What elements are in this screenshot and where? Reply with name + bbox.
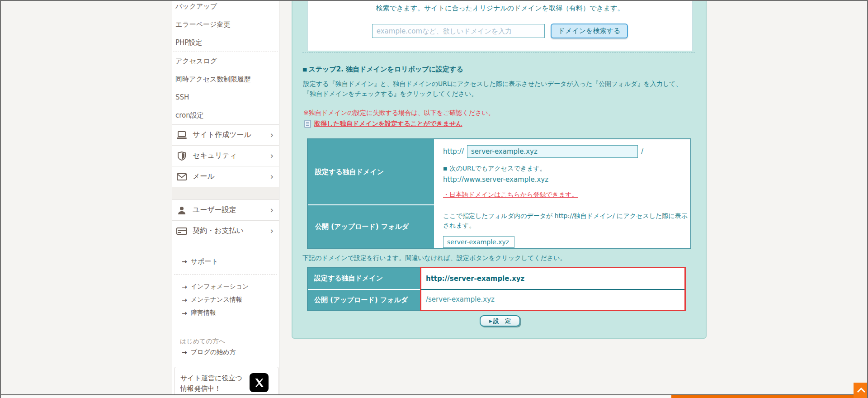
- sidebar-link-maintenance[interactable]: → メンテナンス情報: [172, 293, 279, 306]
- sidebar-info-links: → インフォメーション → メンテナンス情報 → 障害情報: [172, 280, 279, 319]
- sidebar-link-outage[interactable]: → 障害情報: [172, 306, 279, 319]
- divider: [302, 52, 695, 53]
- sidebar-spacer-band: [172, 187, 279, 199]
- sidebar-link-label: インフォメーション: [191, 283, 249, 291]
- sidebar-item-cron[interactable]: cron設定: [172, 106, 279, 124]
- divider: [174, 274, 277, 275]
- sidebar-item-ssh[interactable]: SSH: [172, 88, 279, 106]
- sidebar-link-blog-start[interactable]: → ブログの始め方: [172, 346, 279, 358]
- row-header-folder: 公開 (アップロード) フォルダ: [308, 205, 434, 248]
- domain-setup-panel: 検索できます。サイトに合ったオリジナルのドメインを取得（有料）できます。 ドメイ…: [292, 0, 707, 339]
- sidebar: バックアップ エラーページ変更 PHP設定 アクセスログ 同時アクセス数制限履歴…: [172, 1, 279, 394]
- confirm-header-folder: 公開 (アップロード) フォルダ: [308, 289, 420, 310]
- domain-search-button[interactable]: ドメインを検索する: [551, 24, 628, 38]
- arrow-right-icon: →: [182, 309, 187, 317]
- x-social-button[interactable]: [250, 373, 269, 392]
- shield-icon: [176, 152, 187, 161]
- step1-description: 検索できます。サイトに合ったオリジナルのドメインを取得（有料）できます。: [308, 4, 692, 13]
- alt-access-note: ■次のURLでもアクセスできます。: [443, 165, 690, 173]
- chevron-right-icon: ›: [270, 131, 274, 139]
- document-icon: [304, 120, 311, 128]
- chevron-right-icon: ›: [270, 227, 274, 235]
- page: バックアップ エラーページ変更 PHP設定 アクセスログ 同時アクセス数制限履歴…: [0, 0, 868, 398]
- step1-search-form: ドメインを検索する: [308, 24, 692, 38]
- play-arrow-icon: ▶: [489, 319, 492, 323]
- row-content-domain: http:// / ■次のURLでもアクセスできます。 http://www.s…: [434, 139, 690, 204]
- warning-help-link[interactable]: 取得した独自ドメインを設定することができません: [314, 120, 462, 128]
- chevron-up-icon: [857, 388, 866, 393]
- sidebar-item-security[interactable]: セキュリティ ›: [172, 145, 279, 166]
- orange-footer-strip: [671, 395, 868, 398]
- domain-search-input[interactable]: [372, 24, 545, 38]
- user-icon: [176, 206, 187, 215]
- sidebar-link-label: サポート: [191, 257, 218, 266]
- step2-heading: ■ステップ2. 独自ドメインをロリポップに設定する: [302, 65, 463, 74]
- submit-settings-button[interactable]: ▶設 定: [480, 315, 520, 327]
- row-header-domain: 設定する独自ドメイン: [308, 139, 434, 204]
- submit-button-row: ▶設 定: [292, 315, 708, 327]
- sidebar-item-label: メール: [193, 172, 215, 181]
- folder-description: ここで指定したフォルダ内のデータが http://独自ドメイン/ にアクセスした…: [443, 211, 690, 230]
- sns-promo-box: サイト運営に役立つ 情報発信中！: [175, 367, 278, 398]
- square-bullet-icon: ■: [443, 166, 447, 171]
- japanese-domain-link[interactable]: ・日本語ドメインはこちらから登録できます。: [443, 191, 578, 199]
- table-row: 設定する独自ドメイン http:// / ■次のURLでもアクセスできます。 h…: [308, 139, 690, 204]
- credit-card-icon: [176, 227, 187, 236]
- chevron-right-icon: ›: [270, 172, 274, 181]
- sidebar-item-php-settings[interactable]: PHP設定: [172, 33, 279, 52]
- sidebar-link-support[interactable]: → サポート: [172, 256, 279, 267]
- sidebar-link-label: メンテナンス情報: [191, 296, 242, 304]
- sidebar-item-label: 契約・お支払い: [193, 226, 244, 236]
- arrow-right-icon: →: [182, 349, 187, 356]
- sidebar-item-access-log[interactable]: アクセスログ: [172, 52, 279, 70]
- domain-config-table: 設定する独自ドメイン http:// / ■次のURLでもアクセスできます。 h…: [307, 138, 691, 249]
- url-suffix: /: [641, 147, 643, 156]
- row-content-folder: ここで指定したフォルダ内のデータが http://独自ドメイン/ にアクセスした…: [434, 205, 690, 248]
- chevron-right-icon: ›: [270, 152, 274, 160]
- sidebar-link-label: 障害情報: [191, 309, 216, 317]
- beginner-heading: はじめての方へ: [172, 336, 279, 346]
- sidebar-item-label: ユーザー設定: [193, 205, 236, 215]
- confirm-value-folder: /server-example.xyz: [421, 289, 684, 309]
- chevron-right-icon: ›: [270, 206, 274, 214]
- sidebar-item-mail[interactable]: メール ›: [172, 166, 279, 187]
- upload-folder-input[interactable]: [443, 236, 514, 248]
- sidebar-item-label: セキュリティ: [193, 151, 237, 161]
- sidebar-item-backup[interactable]: バックアップ: [172, 0, 279, 15]
- sidebar-small-items: バックアップ エラーページ変更 PHP設定 アクセスログ 同時アクセス数制限履歴…: [172, 0, 279, 124]
- back-to-top-button[interactable]: [854, 383, 868, 398]
- sidebar-item-concurrent-access[interactable]: 同時アクセス数制限履歴: [172, 70, 279, 88]
- sidebar-item-user-settings[interactable]: ユーザー設定 ›: [172, 199, 279, 220]
- domain-url-line: http:// /: [443, 145, 690, 158]
- arrow-right-icon: →: [182, 283, 187, 290]
- x-logo-icon: [254, 377, 264, 388]
- alt-access-url: http://www.server-example.xyz: [443, 175, 690, 184]
- step2-warning: ※独自ドメインの設定に失敗する場合は、以下をご確認ください。: [303, 109, 495, 117]
- arrow-right-icon: →: [182, 296, 187, 303]
- step2-warning-link-row: 取得した独自ドメインを設定することができません: [304, 120, 462, 128]
- step1-domain-search-box: 検索できます。サイトに合ったオリジナルのドメインを取得（有料）できます。 ドメイ…: [307, 0, 693, 51]
- table-row: 公開 (アップロード) フォルダ ここで指定したフォルダ内のデータが http:…: [308, 204, 690, 248]
- confirmation-note: 下記のドメインで設定を行います。間違いなければ、設定ボタンをクリックしてください…: [302, 254, 566, 262]
- confirm-value-domain: http://server-example.xyz: [421, 268, 684, 289]
- confirmation-table: 設定する独自ドメイン 公開 (アップロード) フォルダ http://serve…: [307, 267, 686, 311]
- mail-icon: [176, 172, 187, 181]
- arrow-right-icon: →: [182, 258, 187, 265]
- laptop-icon: [176, 131, 187, 140]
- sidebar-item-site-tools[interactable]: サイト作成ツール ›: [172, 124, 279, 145]
- domain-name-input[interactable]: [467, 145, 638, 158]
- sidebar-link-information[interactable]: → インフォメーション: [172, 280, 279, 293]
- sidebar-item-billing[interactable]: 契約・お支払い ›: [172, 220, 279, 241]
- step2-description: 設定する『独自ドメイン』と、独自ドメインのURLにアクセスした際に表示させたいデ…: [303, 79, 689, 99]
- sidebar-item-label: サイト作成ツール: [193, 130, 251, 140]
- square-bullet-icon: ■: [302, 66, 307, 72]
- sidebar-link-label: ブログの始め方: [191, 348, 236, 356]
- sidebar-item-error-page[interactable]: エラーページ変更: [172, 15, 279, 33]
- confirmation-values-highlight: http://server-example.xyz /server-exampl…: [420, 267, 686, 311]
- confirm-header-domain: 設定する独自ドメイン: [308, 268, 420, 289]
- confirmation-headers: 設定する独自ドメイン 公開 (アップロード) フォルダ: [307, 267, 420, 311]
- url-prefix: http://: [443, 147, 464, 156]
